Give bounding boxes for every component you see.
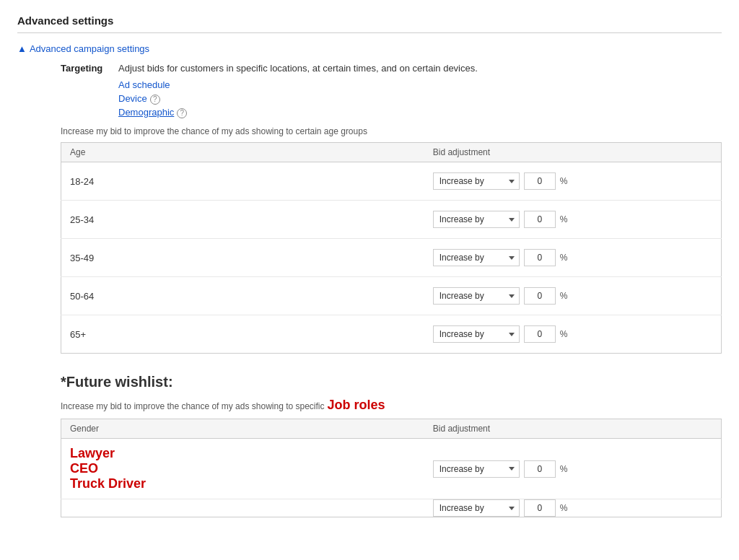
- demographic-description: Increase my bid to improve the chance of…: [17, 126, 722, 136]
- future-wishlist-description: Increase my bid to improve the chance of…: [17, 398, 722, 413]
- gender-percent-1: %: [560, 464, 568, 474]
- future-desc-prefix: Increase my bid to improve the chance of…: [61, 401, 325, 411]
- targeting-description: Adjust bids for customers in specific lo…: [118, 63, 478, 74]
- age-cell-4: 65+: [61, 315, 424, 354]
- percent-symbol-0: %: [560, 176, 568, 186]
- targeting-label: Targeting: [61, 63, 118, 119]
- demographic-link[interactable]: Demographic: [118, 107, 174, 118]
- device-help-icon[interactable]: ?: [150, 95, 160, 105]
- job-role-lawyer: Lawyer: [70, 446, 416, 461]
- age-cell-0: 18-24: [61, 162, 424, 201]
- gender-percent-2: %: [560, 503, 568, 513]
- bid-input-3[interactable]: [524, 287, 556, 305]
- job-role-truck-driver: Truck Driver: [70, 476, 416, 491]
- gender-bid-input-1[interactable]: [524, 460, 556, 478]
- advanced-campaign-toggle[interactable]: ▲ Advanced campaign settings: [17, 43, 149, 54]
- ad-schedule-link[interactable]: Ad schedule: [118, 79, 478, 90]
- gender-bid-adjustment-cell-2: Increase by Decrease by Don't adjust %: [424, 499, 722, 517]
- bid-control-0: Increase byDecrease byDon't adjust%: [433, 172, 712, 190]
- bid-control-4: Increase byDecrease byDon't adjust%: [433, 325, 712, 343]
- demographic-help-icon[interactable]: ?: [177, 108, 187, 118]
- targeting-content: Adjust bids for customers in specific lo…: [118, 63, 478, 119]
- gender-bid-control-1: Increase by Decrease by Don't adjust %: [433, 460, 712, 478]
- job-role-ceo: CEO: [70, 461, 416, 476]
- bid-adjustment-col-header: Bid adjustment: [424, 143, 722, 162]
- gender-table-header-row: Gender Bid adjustment: [61, 419, 722, 439]
- table-row: 35-49Increase byDecrease byDon't adjust%: [61, 239, 722, 277]
- age-cell-2: 35-49: [61, 239, 424, 277]
- chevron-up-icon: ▲: [17, 43, 27, 54]
- bid-control-2: Increase byDecrease byDon't adjust%: [433, 249, 712, 266]
- percent-symbol-2: %: [560, 253, 568, 263]
- bid-adjustment-cell-1: Increase byDecrease byDon't adjust%: [424, 201, 722, 239]
- age-table-header-row: Age Bid adjustment: [61, 143, 722, 162]
- bid-select-2[interactable]: Increase byDecrease byDon't adjust: [433, 249, 520, 266]
- gender-col-header: Gender: [61, 419, 424, 439]
- age-cell-1: 25-34: [61, 201, 424, 239]
- gender-bid-col-header: Bid adjustment: [424, 419, 722, 439]
- job-roles-cell: Lawyer CEO Truck Driver: [61, 439, 424, 499]
- gender-bid-input-2[interactable]: [524, 499, 556, 517]
- bid-input-0[interactable]: [524, 172, 556, 190]
- bid-select-0[interactable]: Increase byDecrease byDon't adjust: [433, 172, 520, 190]
- gender-bid-table: Gender Bid adjustment Lawyer CEO Truck D…: [61, 419, 722, 517]
- bid-adjustment-cell-4: Increase byDecrease byDon't adjust%: [424, 315, 722, 354]
- page-title: Advanced settings: [17, 14, 722, 27]
- age-bid-table: Age Bid adjustment 18-24Increase byDecre…: [61, 142, 722, 354]
- future-desc-jobroles: Job roles: [328, 398, 385, 413]
- bid-input-2[interactable]: [524, 249, 556, 266]
- percent-symbol-1: %: [560, 214, 568, 224]
- gender-bid-select-2[interactable]: Increase by Decrease by Don't adjust: [433, 499, 520, 517]
- title-divider: [17, 32, 722, 33]
- bid-input-4[interactable]: [524, 325, 556, 343]
- table-row: Lawyer CEO Truck Driver Increase by Decr…: [61, 439, 722, 499]
- table-row: 50-64Increase byDecrease byDon't adjust%: [61, 277, 722, 315]
- future-wishlist-section: *Future wishlist: Increase my bid to imp…: [17, 374, 722, 517]
- table-row: Increase by Decrease by Don't adjust %: [61, 499, 722, 517]
- gender-bid-control-2: Increase by Decrease by Don't adjust %: [433, 499, 712, 517]
- bid-adjustment-cell-0: Increase byDecrease byDon't adjust%: [424, 162, 722, 201]
- bid-control-1: Increase byDecrease byDon't adjust%: [433, 211, 712, 228]
- targeting-row: Targeting Adjust bids for customers in s…: [17, 63, 722, 119]
- age-col-header: Age: [61, 143, 424, 162]
- advanced-campaign-label: Advanced campaign settings: [30, 43, 149, 54]
- age-cell-3: 50-64: [61, 277, 424, 315]
- gender-bid-select-1[interactable]: Increase by Decrease by Don't adjust: [433, 460, 520, 478]
- bid-input-1[interactable]: [524, 211, 556, 228]
- bid-select-1[interactable]: Increase byDecrease byDon't adjust: [433, 211, 520, 228]
- bid-select-3[interactable]: Increase byDecrease byDon't adjust: [433, 287, 520, 305]
- device-link[interactable]: Device: [118, 93, 147, 104]
- percent-symbol-3: %: [560, 291, 568, 301]
- job-role-list: Lawyer CEO Truck Driver: [70, 439, 416, 499]
- table-row: 18-24Increase byDecrease byDon't adjust%: [61, 162, 722, 201]
- demographic-section: Increase my bid to improve the chance of…: [17, 126, 722, 354]
- bid-adjustment-cell-2: Increase byDecrease byDon't adjust%: [424, 239, 722, 277]
- table-row: 65+Increase byDecrease byDon't adjust%: [61, 315, 722, 354]
- percent-symbol-4: %: [560, 329, 568, 339]
- table-row: 25-34Increase byDecrease byDon't adjust%: [61, 201, 722, 239]
- gender-bid-adjustment-cell-1: Increase by Decrease by Don't adjust %: [424, 439, 722, 499]
- bid-adjustment-cell-3: Increase byDecrease byDon't adjust%: [424, 277, 722, 315]
- bid-select-4[interactable]: Increase byDecrease byDon't adjust: [433, 325, 520, 343]
- gender-empty-cell: [61, 499, 424, 517]
- bid-control-3: Increase byDecrease byDon't adjust%: [433, 287, 712, 305]
- future-wishlist-heading: *Future wishlist:: [17, 374, 722, 390]
